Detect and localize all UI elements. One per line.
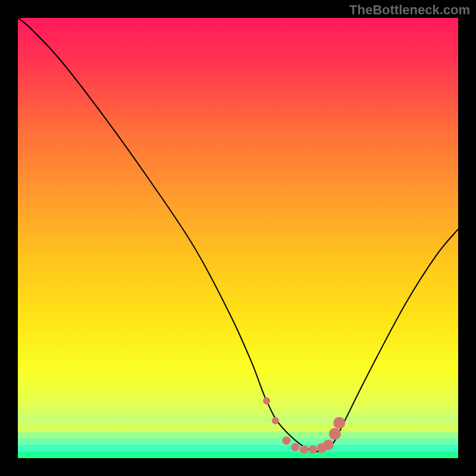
highlight-marker [329, 428, 341, 440]
highlight-marker [323, 440, 334, 450]
highlight-marker [272, 417, 279, 424]
highlight-marker [300, 445, 308, 453]
gradient-band [18, 432, 458, 439]
bottleneck-chart [0, 0, 476, 476]
chart-container: TheBottleneck.com [0, 0, 476, 476]
highlight-marker [282, 436, 290, 444]
gradient-band [18, 439, 458, 445]
gradient-band [18, 445, 458, 452]
gradient-band [18, 452, 458, 458]
plot-background [18, 18, 458, 458]
highlight-marker [263, 397, 270, 405]
highlight-marker [333, 417, 345, 429]
gradient-band [18, 423, 458, 432]
highlight-marker [309, 445, 317, 453]
watermark-text: TheBottleneck.com [349, 2, 470, 18]
highlight-marker [291, 443, 299, 452]
